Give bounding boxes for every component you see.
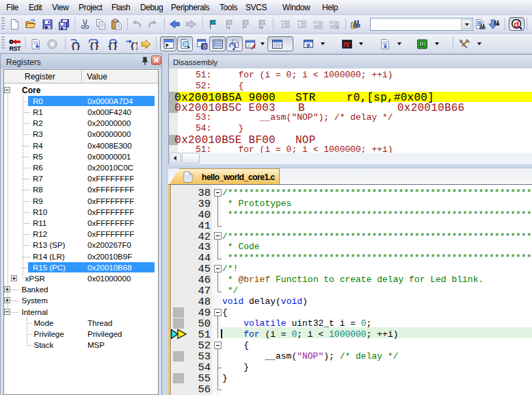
svg-text:{}: {} [130,41,137,51]
svg-text:d: d [514,19,519,29]
svg-text:RST: RST [10,45,22,51]
svg-text:S: S [202,42,207,50]
